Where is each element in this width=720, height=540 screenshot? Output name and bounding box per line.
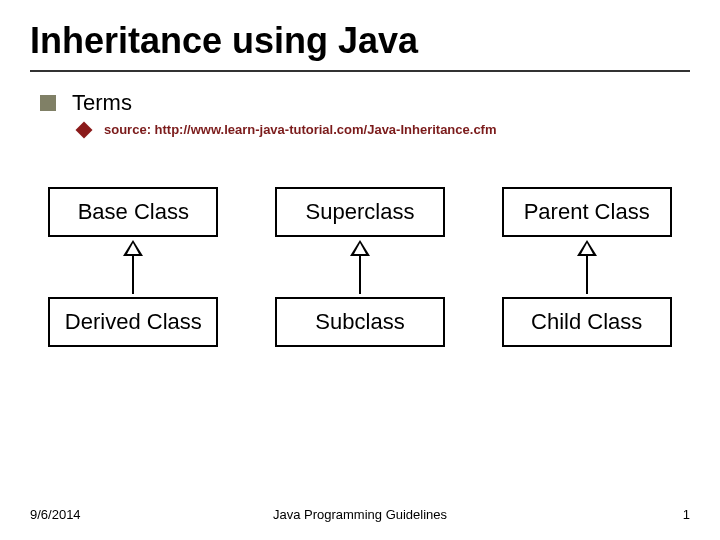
title-divider [30,70,690,72]
diamond-bullet-icon [76,121,93,138]
arrow-icon [350,240,370,294]
pair-super-sub: Superclass Subclass [257,187,464,347]
box-base-class: Base Class [48,187,218,237]
source-label: source: http://www.learn-java-tutorial.c… [104,122,497,137]
pair-base-derived: Base Class Derived Class [30,187,237,347]
terms-label: Terms [72,90,132,116]
arrow-icon [123,240,143,294]
arrow-icon [577,240,597,294]
pair-parent-child: Parent Class Child Class [483,187,690,347]
sub-bullet-source: source: http://www.learn-java-tutorial.c… [78,122,690,137]
box-parent-class: Parent Class [502,187,672,237]
box-superclass: Superclass [275,187,445,237]
square-bullet-icon [40,95,56,111]
slide-footer: 9/6/2014 Java Programming Guidelines 1 [30,507,690,522]
page-title: Inheritance using Java [30,20,690,62]
footer-page-number: 1 [683,507,690,522]
slide: Inheritance using Java Terms source: htt… [0,0,720,540]
box-derived-class: Derived Class [48,297,218,347]
bullet-terms: Terms [40,90,690,116]
box-child-class: Child Class [502,297,672,347]
footer-date: 9/6/2014 [30,507,81,522]
inheritance-diagram: Base Class Derived Class Superclass Subc… [30,167,690,367]
box-subclass: Subclass [275,297,445,347]
footer-title: Java Programming Guidelines [273,507,447,522]
